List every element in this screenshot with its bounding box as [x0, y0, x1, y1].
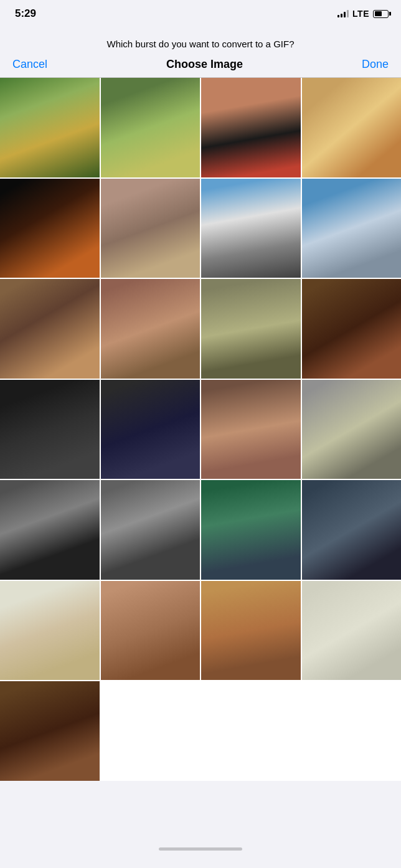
photo-cell-23[interactable]	[201, 581, 301, 681]
signal-icon	[337, 10, 349, 17]
page-title: Choose Image	[166, 58, 243, 71]
header-bar: Cancel Choose Image Done	[0, 50, 401, 77]
photo-cell-22[interactable]	[101, 581, 200, 681]
done-button[interactable]: Done	[362, 58, 389, 71]
photo-cell-3[interactable]	[201, 78, 301, 177]
photo-cell-13[interactable]	[0, 380, 100, 479]
photo-cell-12[interactable]	[302, 279, 402, 379]
photo-cell-11[interactable]	[201, 279, 301, 379]
photo-cell-17[interactable]	[0, 480, 100, 580]
cancel-button[interactable]: Cancel	[12, 58, 47, 71]
status-bar: 5:29 LTE	[0, 0, 401, 27]
status-time: 5:29	[15, 7, 36, 20]
photo-cell-6[interactable]	[101, 179, 200, 278]
photo-cell-24[interactable]	[302, 581, 402, 681]
photo-grid	[0, 78, 401, 781]
home-indicator	[159, 847, 242, 851]
photo-cell-5[interactable]	[0, 179, 100, 278]
photo-cell-15[interactable]	[201, 380, 301, 479]
photo-cell-20[interactable]	[302, 480, 402, 580]
photo-cell-25[interactable]	[0, 681, 100, 781]
status-icons: LTE	[337, 9, 389, 19]
photo-cell-2[interactable]	[101, 78, 200, 177]
photo-cell-18[interactable]	[101, 480, 200, 580]
photo-cell-9[interactable]	[0, 279, 100, 379]
photo-cell-14[interactable]	[101, 380, 200, 479]
prompt-area: Which burst do you want to convert to a …	[0, 27, 401, 50]
battery-icon	[373, 10, 389, 18]
photo-cell-10[interactable]	[101, 279, 200, 379]
photo-cell-7[interactable]	[201, 179, 301, 278]
photo-cell-8[interactable]	[302, 179, 402, 278]
photo-cell-16[interactable]	[302, 380, 402, 479]
bottom-area	[0, 781, 401, 856]
photo-cell-1[interactable]	[0, 78, 100, 177]
lte-icon: LTE	[352, 9, 369, 19]
photo-cell-21[interactable]	[0, 581, 100, 681]
photo-cell-4[interactable]	[302, 78, 402, 177]
photo-cell-19[interactable]	[201, 480, 301, 580]
prompt-text: Which burst do you want to convert to a …	[12, 37, 389, 50]
